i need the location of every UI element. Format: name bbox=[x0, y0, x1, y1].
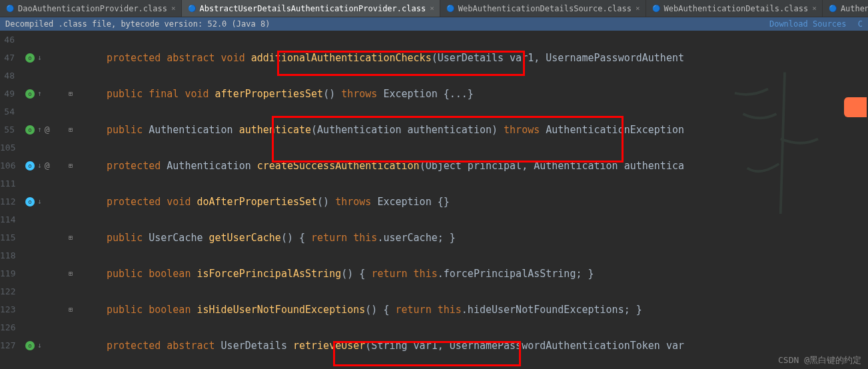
line-number: 122 bbox=[0, 286, 20, 296]
code-line: 119⊞public boolean isForcePrincipalAsStr… bbox=[0, 264, 868, 282]
line-number: 49 bbox=[0, 89, 20, 99]
close-icon[interactable]: × bbox=[636, 4, 640, 13]
class-icon: 🔵 bbox=[828, 4, 837, 13]
annotation-icon: @ bbox=[45, 161, 50, 171]
arrow-down-icon: ↓ bbox=[37, 53, 42, 62]
close-icon[interactable]: × bbox=[171, 4, 176, 13]
annotation-icon: @ bbox=[45, 125, 50, 135]
code-line: 115⊞public UserCache getUserCache() { re… bbox=[0, 228, 868, 246]
line-number: 48 bbox=[0, 71, 20, 81]
arrow-down-icon: ↓ bbox=[37, 197, 42, 206]
fold-icon[interactable]: ⊞ bbox=[67, 162, 75, 169]
code-line: 47o↓protected abstract void additionalAu… bbox=[0, 49, 868, 67]
line-number: 111 bbox=[0, 179, 20, 188]
watermark: CSDN @黑白键的约定 bbox=[778, 354, 861, 366]
code-line: 46 bbox=[0, 31, 868, 49]
line-number: 118 bbox=[0, 250, 20, 260]
code-line: 49o↑⊞public final void afterPropertiesSe… bbox=[0, 85, 868, 103]
editor-tabs: 🔵 DaoAuthenticationProvider.class × 🔵 Ab… bbox=[0, 0, 868, 17]
tab-authdetailssrc[interactable]: 🔵 AuthenticationDetailsSource.class × bbox=[823, 0, 868, 17]
decompile-info-bar: Decompiled .class file, bytecode version… bbox=[0, 17, 868, 31]
line-number: 112 bbox=[0, 196, 20, 206]
info-links: Download Sources C bbox=[763, 19, 863, 29]
class-icon: 🔵 bbox=[5, 4, 15, 13]
code-line: 54 bbox=[0, 103, 868, 121]
override-marker-icon[interactable]: o bbox=[25, 125, 35, 135]
line-number: 46 bbox=[0, 35, 20, 45]
info-link-c[interactable]: C bbox=[858, 19, 863, 29]
tab-webauthdetails[interactable]: 🔵 WebAuthenticationDetails.class × bbox=[646, 0, 823, 17]
arrow-down-icon: ↓ bbox=[37, 341, 42, 350]
code-line: 111 bbox=[0, 175, 868, 192]
line-number: 114 bbox=[0, 214, 20, 224]
fold-icon[interactable]: ⊞ bbox=[67, 270, 75, 277]
fold-icon[interactable]: ⊞ bbox=[67, 306, 75, 313]
line-number: 106 bbox=[0, 161, 20, 171]
tab-label: AuthenticationDetailsSource.class bbox=[841, 4, 868, 13]
line-number: 115 bbox=[0, 232, 20, 242]
code-line: 48 bbox=[0, 67, 868, 85]
download-sources-link[interactable]: Download Sources bbox=[769, 19, 847, 29]
code-line: 114 bbox=[0, 210, 868, 228]
tab-webauthsrc[interactable]: 🔵 WebAuthenticationDetailsSource.class × bbox=[440, 0, 646, 17]
override-marker-icon[interactable]: o bbox=[25, 89, 35, 99]
implement-marker-icon[interactable]: o bbox=[25, 197, 35, 206]
tab-label: AbstractUserDetailsAuthenticationProvide… bbox=[200, 4, 426, 13]
arrow-down-icon: ↓ bbox=[37, 161, 42, 170]
tab-label: DaoAuthenticationProvider.class bbox=[18, 4, 167, 13]
class-icon: 🔵 bbox=[651, 4, 661, 13]
fold-icon[interactable]: ⊞ bbox=[67, 126, 75, 133]
code-editor[interactable]: 46 47o↓protected abstract void additiona… bbox=[0, 31, 868, 369]
code-line: 122 bbox=[0, 282, 868, 300]
line-number: 47 bbox=[0, 53, 20, 63]
fold-icon[interactable]: ⊞ bbox=[67, 234, 75, 241]
line-number: 123 bbox=[0, 304, 20, 314]
close-icon[interactable]: × bbox=[430, 4, 434, 13]
class-icon: 🔵 bbox=[446, 4, 455, 13]
tab-dao[interactable]: 🔵 DaoAuthenticationProvider.class × bbox=[0, 0, 182, 17]
arrow-up-icon: ↑ bbox=[37, 89, 42, 98]
decompile-text: Decompiled .class file, bytecode version… bbox=[5, 19, 270, 29]
line-number: 54 bbox=[0, 107, 20, 117]
override-marker-icon[interactable]: o bbox=[25, 341, 35, 350]
code-line: 106o↓@⊞protected Authentication createSu… bbox=[0, 157, 868, 175]
class-icon: 🔵 bbox=[187, 4, 197, 13]
implement-marker-icon[interactable]: o bbox=[25, 161, 35, 171]
fold-icon[interactable]: ⊞ bbox=[67, 90, 75, 97]
code-line: 105 bbox=[0, 139, 868, 157]
override-marker-icon[interactable]: o bbox=[25, 53, 35, 63]
tab-label: WebAuthenticationDetailsSource.class bbox=[458, 4, 632, 13]
line-number: 55 bbox=[0, 125, 20, 135]
line-number: 127 bbox=[0, 340, 20, 350]
code-line: 126 bbox=[0, 318, 868, 336]
code-line: 55o↑@⊞public Authentication authenticate… bbox=[0, 121, 868, 139]
tab-label: WebAuthenticationDetails.class bbox=[664, 4, 809, 13]
tab-abstract[interactable]: 🔵 AbstractUserDetailsAuthenticationProvi… bbox=[182, 0, 440, 17]
code-line: 123⊞public boolean isHideUserNotFoundExc… bbox=[0, 300, 868, 318]
arrow-up-icon: ↑ bbox=[37, 125, 42, 134]
close-icon[interactable]: × bbox=[812, 4, 817, 13]
code-line: 112o↓protected void doAfterPropertiesSet… bbox=[0, 192, 868, 210]
line-number: 126 bbox=[0, 322, 20, 332]
line-number: 105 bbox=[0, 143, 20, 153]
code-line: 118 bbox=[0, 246, 868, 264]
line-number: 119 bbox=[0, 268, 20, 278]
code-line: 127o↓protected abstract UserDetails retr… bbox=[0, 336, 868, 354]
